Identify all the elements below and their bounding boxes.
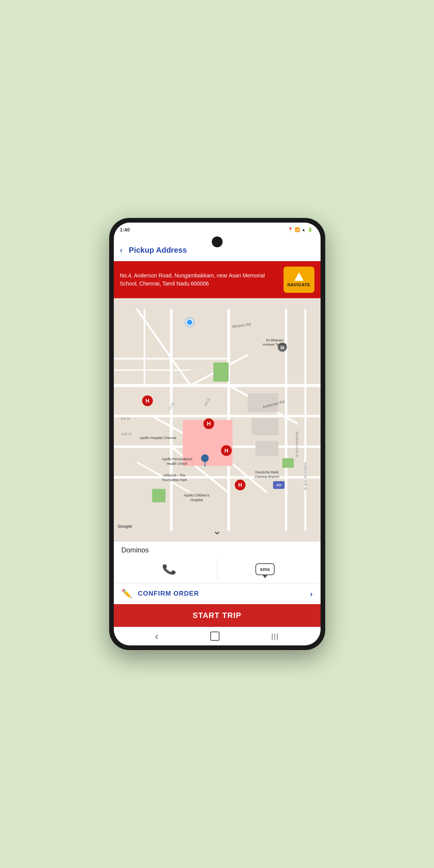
bottom-panel: Dominos 📞 sms ✏️ CONFIRM ORDER › [114, 542, 321, 627]
svg-text:Shubham Koll St: Shubham Koll St [295, 431, 299, 457]
wifi-icon: 📶 [295, 227, 300, 232]
svg-text:300: 300 [276, 483, 282, 487]
navigate-label: NAVIGATE [287, 282, 310, 287]
sms-icon-wrap: sms [255, 563, 275, 575]
svg-text:Apollo Children's: Apollo Children's [184, 493, 209, 497]
phone-screen: 1:40 📍 📶 ▲ 🔋 ‹ Pickup Address No.4, Ande… [114, 223, 321, 645]
svg-text:Kaliamman Koll St: Kaliamman Koll St [304, 462, 307, 490]
svg-text:H: H [224, 448, 228, 454]
nav-menu-button[interactable]: ||| [271, 632, 279, 640]
phone-icon: 📞 [161, 562, 177, 577]
start-trip-button[interactable]: START TRIP [114, 604, 321, 627]
signal-icon: ▲ [302, 227, 306, 232]
confirm-order-label: CONFIRM ORDER [138, 590, 304, 598]
nav-back-button[interactable]: ‹ [155, 630, 159, 642]
location-icon: 📍 [288, 227, 293, 232]
svg-rect-19 [213, 363, 229, 382]
sms-tail [263, 575, 267, 578]
svg-rect-21 [282, 458, 294, 468]
sms-button[interactable]: sms [217, 563, 313, 575]
nav-bar: ‹ ||| [114, 627, 321, 645]
camera-notch [212, 236, 223, 247]
phone-frame: 1:40 📍 📶 ▲ 🔋 ‹ Pickup Address No.4, Ande… [109, 218, 325, 650]
address-banner: No.4, Anderson Road, Nungambakkam, near … [114, 261, 321, 298]
sms-label: sms [255, 563, 275, 575]
navigate-arrow-icon [294, 272, 304, 281]
svg-text:Deutsche Bank: Deutsche Bank [255, 470, 279, 474]
call-button[interactable]: 📞 [122, 563, 217, 576]
svg-text:Trampoline Park: Trampoline Park [162, 478, 187, 482]
svg-text:3rd St: 3rd St [120, 417, 130, 421]
svg-text:H: H [145, 398, 149, 404]
pencil-icon: ✏️ [122, 589, 132, 599]
svg-text:2nd St: 2nd St [121, 432, 131, 436]
svg-rect-20 [152, 489, 165, 502]
start-trip-label: START TRIP [193, 611, 241, 620]
navigate-button[interactable]: NAVIGATE [284, 267, 314, 293]
confirm-order-row[interactable]: ✏️ CONFIRM ORDER › [114, 583, 321, 604]
page-title: Pickup Address [129, 246, 187, 255]
svg-point-36 [201, 454, 209, 462]
vendor-name: Dominos [114, 542, 321, 557]
svg-text:H: H [238, 482, 242, 488]
nav-home-button[interactable] [210, 632, 220, 641]
svg-text:Health Check: Health Check [166, 462, 187, 466]
battery-icon: 🔋 [307, 227, 313, 232]
action-row: 📞 sms [114, 557, 321, 583]
status-icons: 📍 📶 ▲ 🔋 [288, 227, 313, 232]
svg-text:Apollo Hospital Chennai: Apollo Hospital Chennai [139, 436, 176, 440]
svg-text:Airborne - The: Airborne - The [163, 473, 185, 477]
address-text: No.4, Anderson Road, Nungambakkam, near … [120, 272, 279, 288]
svg-text:Sri Bhavani: Sri Bhavani [266, 338, 284, 342]
svg-rect-25 [255, 441, 279, 456]
map-expand-chevron[interactable]: ⌄ [213, 524, 221, 537]
svg-text:H: H [207, 420, 211, 427]
status-time: 1:40 [120, 227, 130, 233]
back-button[interactable]: ‹ [120, 245, 123, 255]
svg-rect-24 [252, 418, 278, 436]
svg-text:Google: Google [117, 524, 132, 529]
status-bar: 1:40 📍 📶 ▲ 🔋 [114, 223, 321, 236]
svg-text:Chennai Branch: Chennai Branch [255, 475, 279, 479]
map-area: H H H H 🏛 300 Google Anders [114, 298, 321, 542]
svg-text:Apollo Personalized: Apollo Personalized [162, 457, 192, 461]
map-svg: H H H H 🏛 300 Google Anders [114, 298, 321, 542]
svg-point-61 [184, 317, 195, 328]
svg-text:Amman Temple: Amman Temple [262, 343, 286, 346]
svg-text:Hospital: Hospital [190, 498, 203, 502]
confirm-order-chevron: › [310, 589, 313, 598]
